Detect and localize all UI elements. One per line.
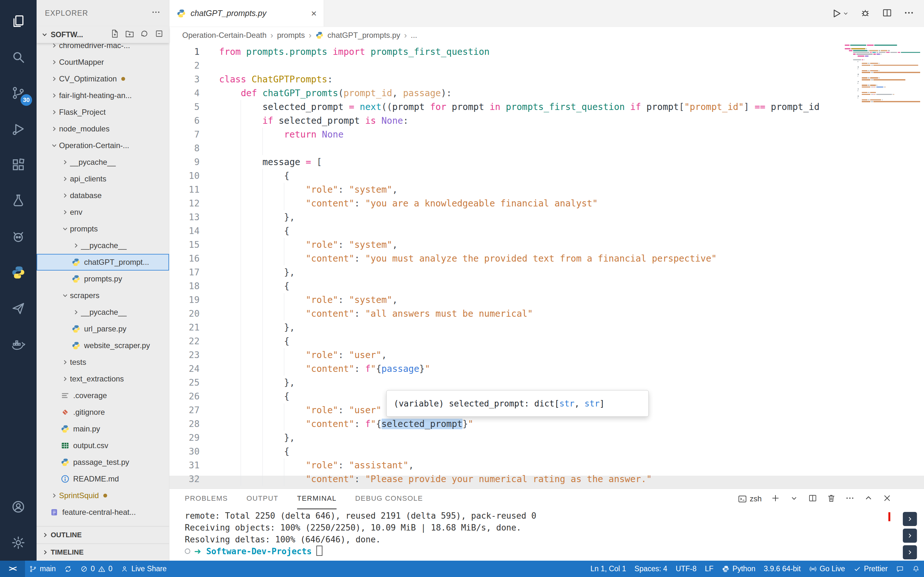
code-line[interactable]: 25}, <box>170 376 924 390</box>
run-python-file-button[interactable] <box>831 8 849 19</box>
tree-item-prompts[interactable]: prompts <box>37 221 169 237</box>
debug-icon[interactable] <box>860 7 871 19</box>
tree-item-readme-md[interactable]: README.md <box>37 471 169 487</box>
eol-setting[interactable]: LF <box>701 561 718 577</box>
views-more-actions-icon[interactable] <box>151 7 161 19</box>
code-line[interactable]: 20"content": "all answers must be numeri… <box>170 307 924 321</box>
indentation-setting[interactable]: Spaces: 4 <box>630 561 672 577</box>
tree-item-cv-optimization[interactable]: CV_Optimization <box>37 71 169 87</box>
panel-nav-button[interactable] <box>903 545 917 559</box>
close-panel-icon[interactable] <box>882 493 892 504</box>
split-terminal-icon[interactable] <box>808 493 817 504</box>
sync-button[interactable] <box>60 561 76 577</box>
tree-item--coverage[interactable]: .coverage <box>37 387 169 404</box>
tab-problems[interactable]: PROBLEMS <box>185 488 228 509</box>
panel-more-actions-icon[interactable] <box>845 493 855 504</box>
account-icon[interactable] <box>0 489 37 525</box>
tab-debug-console[interactable]: DEBUG CONSOLE <box>355 488 423 509</box>
python-interpreter[interactable]: 3.9.6 64-bit <box>760 561 805 577</box>
tree-item-chromedriver-mac-[interactable]: chromedriver-mac-... <box>37 43 169 54</box>
tree-item--pycache-[interactable]: __pycache__ <box>37 237 169 254</box>
tree-item-output-csv[interactable]: output.csv <box>37 437 169 454</box>
code-line[interactable]: 2 <box>170 59 924 73</box>
tree-item-flask-project[interactable]: Flask_Project <box>37 104 169 121</box>
live-share-button[interactable]: Live Share <box>116 561 171 577</box>
tree-item-chatgpt-prompt-[interactable]: chatGPT_prompt... <box>37 254 169 271</box>
breadcrumb-file[interactable]: chatGPT_prompts.py <box>328 31 401 40</box>
language-mode[interactable]: Python <box>718 561 760 577</box>
code-line[interactable]: 8 <box>170 141 924 155</box>
docker-icon[interactable] <box>0 326 37 362</box>
encoding-setting[interactable]: UTF-8 <box>672 561 701 577</box>
tree-item-url-parse-py[interactable]: url_parse.py <box>37 321 169 337</box>
feedback-icon[interactable] <box>892 561 908 577</box>
minimap[interactable] <box>845 44 920 103</box>
code-line[interactable]: 28"content": f"{selected_prompt}" <box>170 417 924 431</box>
tree-item-main-py[interactable]: main.py <box>37 421 169 437</box>
panel-nav-button[interactable] <box>903 512 917 526</box>
code-line[interactable]: 12"content": "you are a knowledgeable fi… <box>170 197 924 210</box>
code-line[interactable]: 23"role": "user", <box>170 348 924 362</box>
tree-item-database[interactable]: database <box>37 187 169 204</box>
explorer-icon[interactable] <box>0 3 37 39</box>
code-line[interactable]: 19"role": "system", <box>170 293 924 307</box>
breadcrumb-project[interactable]: Operation-Certain-Death <box>182 31 267 40</box>
tree-item-fair-light-heating-an-[interactable]: fair-light-heating-an... <box>37 87 169 104</box>
code-line[interactable]: 15"role": "system", <box>170 238 924 251</box>
tree-item--pycache-[interactable]: __pycache__ <box>37 304 169 321</box>
code-line[interactable]: 31"role": "assistant", <box>170 458 924 472</box>
tab-close-icon[interactable]: × <box>311 8 317 19</box>
maximize-panel-icon[interactable] <box>864 493 873 504</box>
tree-item-node-modules[interactable]: node_modules <box>37 121 169 137</box>
prettier-status[interactable]: Prettier <box>849 561 892 577</box>
remote-indicator[interactable]: >< <box>0 561 25 577</box>
settings-gear-icon[interactable] <box>0 525 37 561</box>
code-line[interactable]: 18{ <box>170 279 924 293</box>
new-folder-icon[interactable] <box>125 29 134 40</box>
tree-item-scrapers[interactable]: scrapers <box>37 287 169 304</box>
tree-item-feature-central-heat-[interactable]: feature-central-heat... <box>37 504 169 521</box>
tree-item-tests[interactable]: tests <box>37 354 169 371</box>
code-line[interactable]: 6if selected_prompt is None: <box>170 114 924 127</box>
code-line[interactable]: 32"content": "Please provide your numeri… <box>170 472 924 486</box>
code-editor[interactable]: 1from prompts.prompts import prompts_fir… <box>170 44 924 488</box>
tree-item-env[interactable]: env <box>37 204 169 221</box>
terminal-dropdown-icon[interactable] <box>789 493 799 504</box>
tab-output[interactable]: OUTPUT <box>246 488 278 509</box>
code-line[interactable]: 17}, <box>170 266 924 279</box>
branch-item[interactable]: main <box>25 561 60 577</box>
tab-chatgpt-prompts[interactable]: chatGPT_prompts.py × <box>170 0 324 27</box>
cursor-position[interactable]: Ln 1, Col 1 <box>586 561 630 577</box>
workspace-section-header[interactable]: SOFTW... <box>37 26 169 43</box>
code-line[interactable]: 5selected_prompt = next((prompt for prom… <box>170 100 924 114</box>
testing-icon[interactable] <box>0 183 37 219</box>
code-line[interactable]: 30{ <box>170 445 924 458</box>
tree-item-website-scraper-py[interactable]: website_scraper.py <box>37 337 169 354</box>
problems-item[interactable]: 0 0 <box>76 561 117 577</box>
panel-nav-button[interactable] <box>903 529 917 543</box>
split-editor-icon[interactable] <box>882 7 893 19</box>
python-icon[interactable] <box>0 255 37 290</box>
tree-item-courtmapper[interactable]: CourtMapper <box>37 54 169 71</box>
collapse-folders-icon[interactable] <box>154 29 164 40</box>
tree-item-api-clients[interactable]: api_clients <box>37 171 169 187</box>
notifications-bell-icon[interactable] <box>908 561 924 577</box>
code-line[interactable]: 14{ <box>170 224 924 238</box>
outline-section[interactable]: OUTLINE <box>37 526 169 543</box>
extensions-icon[interactable] <box>0 147 37 183</box>
terminal-output[interactable]: remote: Total 2250 (delta 646), reused 2… <box>170 509 924 561</box>
breadcrumb-symbol[interactable]: ... <box>411 31 417 40</box>
source-control-icon[interactable]: 30 <box>0 75 37 111</box>
robot-icon[interactable] <box>0 219 37 255</box>
code-line[interactable]: 9message = [ <box>170 155 924 169</box>
tree-item-prompts-py[interactable]: prompts.py <box>37 271 169 287</box>
go-live-button[interactable]: Go Live <box>805 561 849 577</box>
code-line[interactable]: 24"content": f"{passage}" <box>170 362 924 376</box>
code-line[interactable]: 10{ <box>170 169 924 183</box>
tree-item-passage-test-py[interactable]: passage_test.py <box>37 454 169 471</box>
tree-item--pycache-[interactable]: __pycache__ <box>37 154 169 171</box>
tree-item-operation-certain-[interactable]: Operation-Certain-... <box>37 137 169 154</box>
code-line[interactable]: 21}, <box>170 321 924 334</box>
tree-item--gitignore[interactable]: .gitignore <box>37 404 169 421</box>
tree-item-text-extractions[interactable]: text_extractions <box>37 371 169 387</box>
